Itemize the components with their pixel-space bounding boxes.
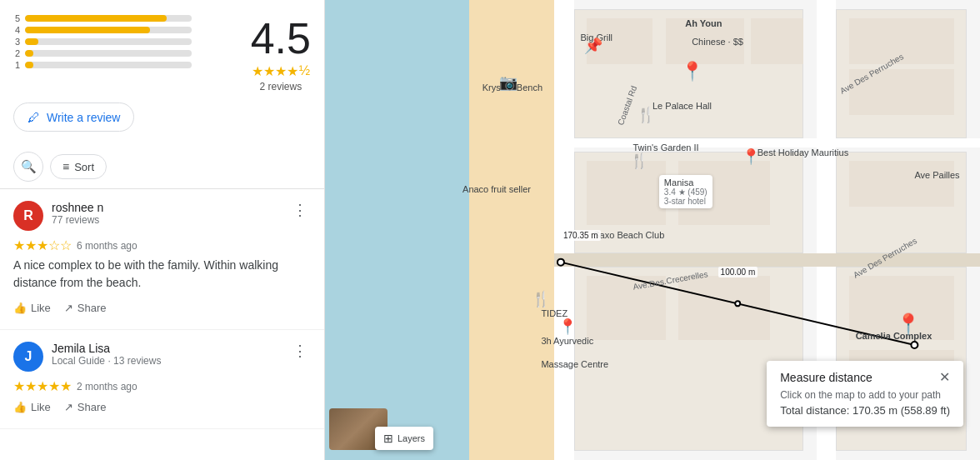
review-header: J Jemila Lisa Local Guide · 13 reviews ⋮: [13, 342, 311, 372]
rating-bars: 5 4 3 2 1: [13, 13, 238, 77]
pin-twins-garden[interactable]: 🍴: [630, 152, 648, 170]
building-6: [849, 161, 954, 207]
pin-tidez[interactable]: 🍴: [532, 290, 550, 308]
map-area[interactable]: 170.35 m 100.00 m 📍 📌 📷 🍴 🍴 Manisa 3.4 ★…: [325, 0, 980, 460]
pin-palace-hall[interactable]: 🍴: [637, 106, 655, 124]
review-date: 2 months ago: [77, 381, 138, 392]
layers-icon: ⊞: [383, 432, 393, 445]
reviewer-meta: Local Guide · 13 reviews: [52, 355, 161, 367]
reviewer-info: Jemila Lisa Local Guide · 13 reviews: [52, 342, 161, 367]
measure-popup-header: Measure distance ✕: [780, 371, 950, 384]
reviewer-name: roshnee n: [52, 201, 103, 214]
rating-bar-2: 2: [13, 48, 238, 58]
building-2: [666, 18, 744, 64]
measure-close-button[interactable]: ✕: [939, 371, 950, 384]
like-icon: 👍: [13, 302, 27, 314]
bar-label: 3: [13, 37, 20, 47]
reviewer-left: J Jemila Lisa Local Guide · 13 reviews: [13, 342, 161, 372]
building-9: [587, 161, 665, 225]
reviewer-avatar: J: [13, 342, 43, 372]
overall-rating: 4.5: [251, 17, 311, 60]
horizontal-road-1: [554, 138, 980, 148]
reviews-list: R roshnee n 77 reviews ⋮ ★★★☆☆ 6 months …: [0, 189, 324, 429]
write-review-label: Write a review: [47, 111, 120, 124]
measure-distance-value: Total distance: 170.35 m (558.89 ft): [780, 404, 950, 417]
write-review-icon: 🖊: [28, 110, 40, 124]
like-label: Like: [31, 401, 51, 413]
rating-bar-4: 4: [13, 25, 238, 35]
reviewer-name: Jemila Lisa: [52, 342, 161, 355]
write-review-button[interactable]: 🖊 Write a review: [13, 102, 134, 132]
share-icon: ↗: [64, 302, 73, 314]
review-more-button[interactable]: ⋮: [289, 201, 311, 219]
review-stars-row: ★★★★★ 2 months ago: [13, 378, 311, 394]
rating-bar-5: 5: [13, 13, 238, 23]
pin-krysia[interactable]: 📷: [499, 73, 518, 92]
review-item: J Jemila Lisa Local Guide · 13 reviews ⋮…: [0, 330, 324, 429]
review-item: R roshnee n 77 reviews ⋮ ★★★☆☆ 6 months …: [0, 189, 324, 330]
review-stars-row: ★★★☆☆ 6 months ago: [13, 238, 311, 253]
pin-ah-youn[interactable]: 📍: [681, 61, 703, 82]
like-label: Like: [31, 302, 51, 314]
bar-label: 2: [13, 48, 20, 58]
bar-track: [25, 15, 192, 22]
sort-button[interactable]: ≡ Sort: [50, 154, 107, 179]
reviewer-left: R roshnee n 77 reviews: [13, 201, 103, 231]
measure-title: Measure distance: [780, 371, 872, 384]
pin-best-holiday[interactable]: 📍: [742, 148, 760, 166]
share-label: Share: [78, 401, 107, 413]
manisa-type: 3-star hotel: [664, 197, 708, 206]
bar-track: [25, 27, 192, 33]
bar-fill: [25, 50, 33, 57]
search-button[interactable]: 🔍: [13, 152, 43, 182]
share-button[interactable]: ↗ Share: [64, 398, 107, 417]
manisa-badge[interactable]: Manisa 3.4 ★ (459) 3-star hotel: [659, 175, 712, 208]
map-canvas[interactable]: 170.35 m 100.00 m 📍 📌 📷 🍴 🍴 Manisa 3.4 ★…: [325, 0, 980, 460]
bar-fill: [25, 62, 33, 68]
review-actions: 👍 Like ↗ Share: [13, 298, 311, 318]
ave-crecerelles-road: [554, 253, 980, 268]
review-text: A nice complex to be with the family. Wi…: [13, 257, 311, 292]
share-icon: ↗: [64, 401, 73, 413]
like-icon: 👍: [13, 401, 27, 413]
like-button[interactable]: 👍 Like: [13, 398, 51, 417]
bar-label: 4: [13, 25, 20, 35]
reviewer-info: roshnee n 77 reviews: [52, 201, 103, 226]
beach-area: [469, 0, 561, 460]
share-button[interactable]: ↗ Share: [64, 298, 107, 318]
rating-stars: ★★★★½: [251, 63, 311, 79]
review-more-button[interactable]: ⋮: [289, 342, 311, 360]
bar-label: 1: [13, 60, 20, 70]
reviewer-avatar: R: [13, 201, 43, 231]
filter-row: 🔍 ≡ Sort: [0, 148, 324, 189]
measure-distance-popup: Measure distance ✕ Click on the map to a…: [767, 361, 963, 427]
review-date: 6 months ago: [77, 240, 138, 252]
share-label: Share: [78, 302, 107, 314]
review-stars: ★★★★★: [13, 378, 72, 394]
building-3: [751, 18, 803, 64]
search-icon: 🔍: [21, 159, 37, 174]
bar-track: [25, 38, 192, 45]
pin-big-grill[interactable]: 📌: [584, 37, 602, 55]
like-button[interactable]: 👍 Like: [13, 298, 51, 318]
manisa-name: Manisa: [664, 178, 708, 188]
reviews-panel: 5 4 3 2 1 4.5: [0, 0, 325, 460]
building-11: [587, 276, 665, 340]
rating-bar-1: 1: [13, 60, 238, 70]
review-actions: 👍 Like ↗ Share: [13, 398, 311, 417]
review-stars: ★★★☆☆: [13, 238, 72, 253]
rating-section: 5 4 3 2 1 4.5: [0, 0, 324, 148]
building-5: [849, 69, 954, 115]
rating-bar-3: 3: [13, 37, 238, 47]
sort-label: Sort: [74, 161, 94, 173]
layers-button[interactable]: ⊞ Layers: [375, 427, 433, 450]
review-header: R roshnee n 77 reviews ⋮: [13, 201, 311, 231]
pin-camelia-complex[interactable]: 📍: [896, 312, 921, 336]
reviews-count: 2 reviews: [251, 81, 311, 92]
pin-ayurvedic[interactable]: 📍: [558, 318, 577, 336]
bar-track: [25, 62, 192, 68]
building-4: [849, 18, 954, 64]
coastal-road: [554, 0, 574, 460]
bar-label: 5: [13, 13, 20, 23]
bar-fill: [25, 27, 150, 33]
